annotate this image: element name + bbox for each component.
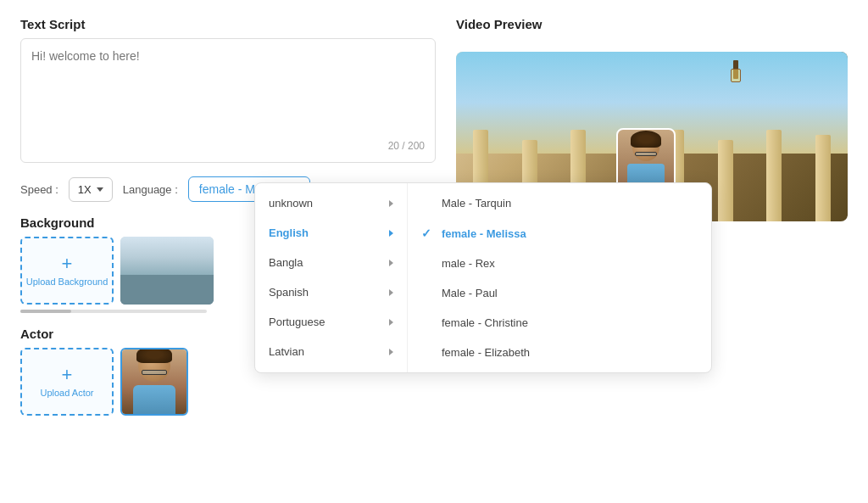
language-portuguese-label: Portuguese bbox=[269, 316, 326, 328]
language-item-spanish[interactable]: Spanish bbox=[255, 277, 407, 307]
upload-actor-label: Upload Actor bbox=[41, 388, 94, 398]
portuguese-chevron-right-icon bbox=[389, 319, 393, 326]
column-8 bbox=[815, 135, 831, 221]
voice-item-melissa[interactable]: ✓ female - Melissa bbox=[408, 218, 711, 249]
actor-face-image bbox=[122, 349, 186, 414]
language-label: Language : bbox=[123, 183, 178, 196]
voice-christine-label: female - Christine bbox=[442, 316, 528, 329]
language-dropdown: unknown English Bangla Spanish Portugues… bbox=[254, 182, 712, 373]
language-spanish-label: Spanish bbox=[269, 286, 309, 299]
voice-item-christine[interactable]: female - Christine bbox=[408, 308, 711, 338]
upload-background-button[interactable]: + Upload Background bbox=[20, 237, 114, 305]
language-item-unknown[interactable]: unknown bbox=[255, 188, 407, 218]
text-script-section: Text Script 20 / 200 bbox=[20, 17, 436, 163]
voice-elizabeth-label: female - Elizabeth bbox=[442, 346, 530, 359]
upload-actor-button[interactable]: + Upload Actor bbox=[20, 348, 114, 416]
overlay-actor-head bbox=[632, 134, 659, 161]
overlay-actor-hair bbox=[631, 131, 661, 148]
actor-body bbox=[133, 385, 175, 416]
actor-head bbox=[138, 349, 170, 382]
language-item-english[interactable]: English bbox=[255, 218, 407, 248]
bangla-chevron-right-icon bbox=[389, 260, 393, 266]
actor-plus-icon: + bbox=[62, 366, 73, 384]
speed-chevron-down-icon bbox=[97, 187, 103, 192]
voice-list: Male - Tarquin ✓ female - Melissa male -… bbox=[408, 183, 711, 372]
text-script-title: Text Script bbox=[20, 17, 436, 31]
speed-label: Speed : bbox=[20, 183, 58, 196]
actor-hair bbox=[136, 348, 172, 363]
plus-icon: + bbox=[62, 254, 73, 273]
column-7 bbox=[766, 130, 782, 221]
actor-thumbnail[interactable] bbox=[120, 348, 188, 416]
latvian-chevron-right-icon bbox=[389, 349, 393, 355]
checkmark-melissa-icon: ✓ bbox=[421, 226, 435, 240]
background-scrollbar[interactable] bbox=[20, 310, 207, 313]
overlay-actor-glasses bbox=[635, 152, 657, 156]
text-script-input[interactable] bbox=[31, 49, 425, 134]
language-latvian-label: Latvian bbox=[269, 345, 304, 358]
voice-item-paul[interactable]: Male - Paul bbox=[408, 278, 711, 308]
text-script-area: 20 / 200 bbox=[20, 38, 436, 163]
lantern-body bbox=[731, 69, 741, 82]
actor-face-inner bbox=[133, 348, 175, 416]
background-thumbnail[interactable] bbox=[120, 237, 214, 305]
lantern-post bbox=[733, 60, 738, 79]
speed-select[interactable]: 1X bbox=[69, 177, 113, 202]
spanish-chevron-right-icon bbox=[389, 289, 393, 296]
upload-background-label: Upload Background bbox=[26, 277, 108, 287]
voice-tarquin-label: Male - Tarquin bbox=[442, 197, 511, 210]
language-unknown-label: unknown bbox=[269, 197, 313, 210]
voice-item-elizabeth[interactable]: female - Elizabeth bbox=[408, 338, 711, 367]
language-item-latvian[interactable]: Latvian bbox=[255, 337, 407, 366]
language-english-label: English bbox=[269, 226, 309, 239]
language-item-portuguese[interactable]: Portuguese bbox=[255, 307, 407, 337]
video-preview-title: Video Preview bbox=[456, 17, 848, 31]
voice-item-tarquin[interactable]: Male - Tarquin bbox=[408, 188, 711, 218]
voice-paul-label: Male - Paul bbox=[442, 287, 498, 299]
scrollbar-thumb bbox=[20, 310, 71, 313]
unknown-chevron-right-icon bbox=[389, 200, 393, 207]
app-container: Text Script 20 / 200 Speed : 1X Language… bbox=[0, 0, 868, 503]
column-6 bbox=[718, 140, 733, 221]
language-item-bangla[interactable]: Bangla bbox=[255, 248, 407, 277]
voice-melissa-label: female - Melissa bbox=[442, 227, 526, 240]
office-background-image bbox=[120, 237, 214, 305]
voice-rex-label: male - Rex bbox=[442, 257, 495, 270]
english-chevron-right-icon bbox=[389, 230, 393, 237]
voice-item-rex[interactable]: male - Rex bbox=[408, 249, 711, 278]
char-count: 20 / 200 bbox=[31, 137, 425, 152]
actor-glasses bbox=[142, 370, 167, 375]
language-list: unknown English Bangla Spanish Portugues… bbox=[255, 183, 408, 372]
speed-value: 1X bbox=[78, 183, 92, 196]
language-bangla-label: Bangla bbox=[269, 256, 303, 269]
